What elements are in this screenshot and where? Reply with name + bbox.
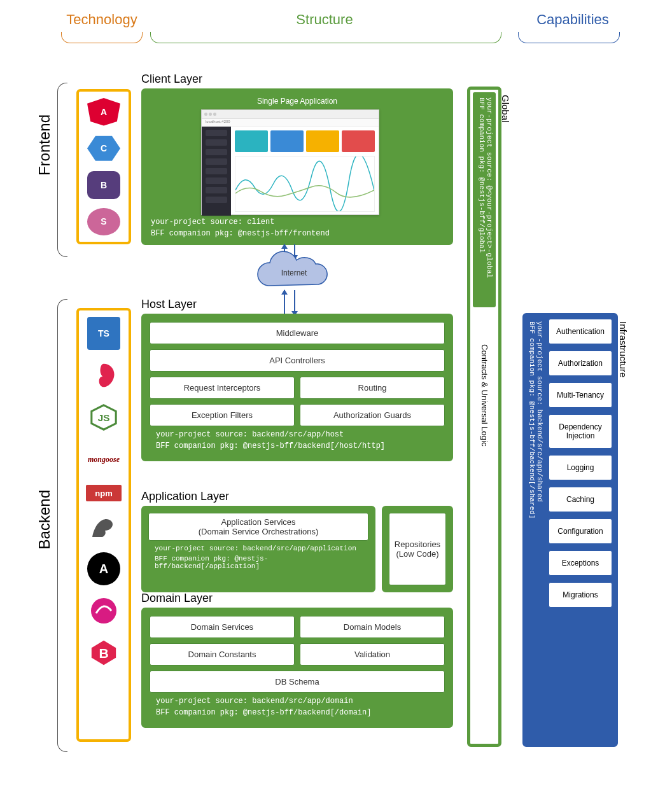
tech-backend-box: TS JS mongoose npm A B <box>76 308 131 742</box>
chip-app-services-l2: (Domain Service Orchestrations) <box>153 527 364 536</box>
rxjs-icon <box>87 594 120 627</box>
header-structure: Structure <box>159 11 490 28</box>
contracts-label: Contracts & Universal Logic <box>480 344 489 446</box>
oauth-icon: A <box>87 552 120 585</box>
section-frontend-label: Frontend <box>36 115 53 176</box>
chip-validation: Validation <box>300 643 445 665</box>
app-src2: BFF companion pkg: @nestjs-bff/backend[/… <box>148 555 368 573</box>
host-layer-title: Host Layer <box>141 298 453 311</box>
brace-technology <box>61 32 143 43</box>
repos-l1: Repositories <box>392 540 443 549</box>
domain-layer-title: Domain Layer <box>141 592 453 605</box>
chip-domain-models: Domain Models <box>300 616 445 638</box>
global-src2: BFF companion pkg: @nestjs-bff/global <box>478 97 486 302</box>
section-backend-label: Backend <box>36 490 53 549</box>
chip-middleware: Middleware <box>150 322 445 344</box>
chip-caching: Caching <box>549 487 612 512</box>
sass-icon: S <box>87 208 120 236</box>
chip-api-controllers: API Controllers <box>150 349 445 372</box>
npm-icon: npm <box>86 485 122 501</box>
infra-box: Infrastructure your-project source: back… <box>522 313 618 747</box>
mongoose-icon: mongoose <box>83 443 124 476</box>
svg-point-2 <box>91 598 116 623</box>
chip-dependency-injection: Dependency Injection <box>549 414 612 449</box>
chip-configuration: Configuration <box>549 519 612 544</box>
chip-db-schema: DB Schema <box>150 671 445 693</box>
domain-layer-wrap: Domain Layer Domain Services Domain Mode… <box>141 592 453 728</box>
chip-app-services-l1: Application Services <box>153 517 364 527</box>
global-label: Global <box>500 95 511 122</box>
chip-request-interceptors: Request Interceptors <box>150 377 295 399</box>
spa-caption: Single Page Application <box>144 97 450 106</box>
bootstrap-icon: B <box>87 171 120 199</box>
angular-icon: A <box>87 98 120 126</box>
domain-src2: BFF companion pkg: @nestjs-bff/backend[/… <box>150 708 445 720</box>
app-src1: your-project source: backend/src/app/app… <box>148 541 368 555</box>
infra-src1: your-project source: backend/src/app/sha… <box>536 321 543 519</box>
brace-capabilities <box>518 32 620 43</box>
app-layer-wrap: Application Layer Application Services (… <box>141 490 453 592</box>
chip-exception-filters: Exception Filters <box>150 404 295 426</box>
app-layer-box: Application Services (Domain Service Orc… <box>141 506 375 592</box>
infra-src2: BFF companion pkg: @nestjs-bff/backend[/… <box>528 321 536 519</box>
global-box: Global your-project source: @<your-proje… <box>467 87 501 747</box>
host-layer-box: Middleware API Controllers Request Inter… <box>141 314 453 461</box>
global-src: your-project source: @<your-project>-glo… <box>473 92 496 307</box>
tech-frontend-box: A C B S <box>76 89 131 244</box>
nestjs-icon <box>87 359 120 392</box>
chip-repositories: Repositories (Low Code) <box>389 513 446 585</box>
coreui-icon: C <box>87 135 120 163</box>
infra-label: Infrastructure <box>618 321 629 377</box>
spa-mock: localhost:4200 <box>201 109 379 215</box>
typescript-icon: TS <box>87 317 120 350</box>
client-layer-title: Client Layer <box>141 73 453 86</box>
chip-domain-services: Domain Services <box>150 616 295 638</box>
app-layer-title: Application Layer <box>141 490 453 503</box>
chip-domain-constants: Domain Constants <box>150 643 295 665</box>
brace-structure <box>150 32 501 43</box>
header-technology: Technology <box>51 11 153 28</box>
header-capabilities: Capabilities <box>509 11 636 28</box>
chip-authorization: Authorization <box>549 351 612 376</box>
chip-logging: Logging <box>549 455 612 480</box>
brace-backend <box>57 299 67 752</box>
svg-text:B: B <box>99 646 108 660</box>
repos-l2: (Low Code) <box>392 549 443 559</box>
client-src2: BFF companion pkg: @nestjs-bff/frontend <box>144 225 336 240</box>
infra-chips: Authentication Authorization Multi-Tenan… <box>549 319 612 741</box>
chip-migrations: Migrations <box>549 582 612 608</box>
repositories-box: Repositories (Low Code) <box>382 506 453 592</box>
babel-icon: B <box>87 636 120 669</box>
chip-authentication: Authentication <box>549 319 612 344</box>
domain-src1: your-project source: backend/src/app/dom… <box>150 693 445 708</box>
host-src2: BFF companion pkg: @nestjs-bff/backend[/… <box>150 442 445 453</box>
cloud-label: Internet <box>249 268 339 277</box>
infra-src: your-project source: backend/src/app/sha… <box>528 321 543 519</box>
chip-app-services: Application Services (Domain Service Orc… <box>148 513 368 541</box>
svg-text:JS: JS <box>98 412 110 423</box>
chip-exceptions: Exceptions <box>549 550 612 576</box>
brace-frontend <box>57 83 67 257</box>
host-layer-wrap: Host Layer Middleware API Controllers Re… <box>141 298 453 461</box>
chip-authorization-guards: Authorization Guards <box>300 404 445 426</box>
global-src1: your-project source: @<your-project>-glo… <box>486 97 493 302</box>
passport-icon <box>87 510 120 543</box>
chip-multi-tenancy: Multi-Tenancy <box>549 382 612 408</box>
domain-layer-box: Domain Services Domain Models Domain Con… <box>141 608 453 728</box>
nodejs-icon: JS <box>87 401 120 434</box>
chip-routing: Routing <box>300 377 445 399</box>
cloud-internet: Internet <box>249 251 339 295</box>
host-src1: your-project source: backend/src/app/hos… <box>150 426 445 442</box>
